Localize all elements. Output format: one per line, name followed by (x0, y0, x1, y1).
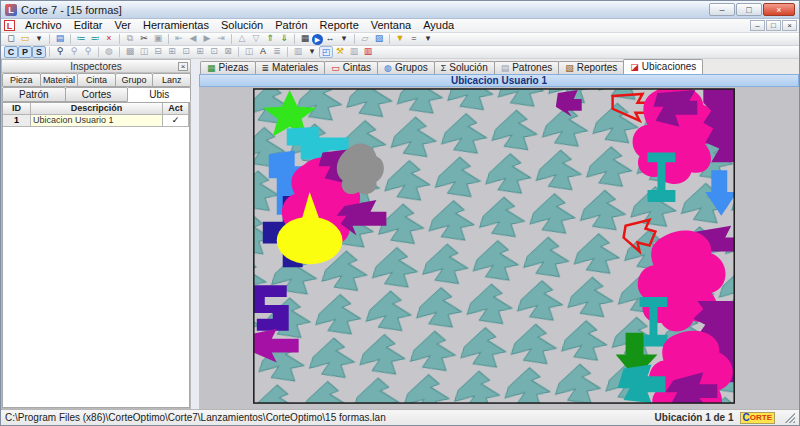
inspector-tab-pieza[interactable]: Pieza (2, 73, 41, 87)
print-dropdown-icon[interactable]: ▾ (305, 46, 319, 58)
window-title: Corte 7 - [15 formas] (21, 4, 122, 16)
inspector-tab-lanz[interactable]: Lanz (152, 73, 191, 87)
mdi-restore-icon[interactable]: □ (766, 20, 781, 31)
open-button[interactable]: ▭ (18, 33, 32, 45)
sort-desc-button[interactable]: ⇓ (277, 33, 291, 45)
toggle-s-button[interactable]: S (32, 46, 46, 58)
inspector-close-icon[interactable]: × (178, 62, 188, 71)
window-layout-2-button[interactable]: ⊡ (179, 46, 193, 58)
move-up-button[interactable]: △ (235, 33, 249, 45)
printer-cancel-button[interactable]: ▥ (361, 46, 375, 58)
nav-last-button[interactable]: ⇥ (214, 33, 228, 45)
grid-view-button[interactable]: ▩ (123, 46, 137, 58)
tab-grupos[interactable]: ◍Grupos (377, 61, 435, 74)
tools-button[interactable]: ⚒ (333, 46, 347, 58)
mdi-close-icon[interactable]: × (782, 20, 797, 31)
window-layout-4-button[interactable]: ⊡ (207, 46, 221, 58)
zoom-icon[interactable]: ⚲ (53, 46, 67, 58)
columns-button[interactable]: ◫ (242, 46, 256, 58)
inspector-header: Inspectores × (2, 60, 190, 73)
column-header-act[interactable]: Act (163, 103, 189, 115)
font-button[interactable]: A (256, 46, 270, 58)
column-header-descripcion[interactable]: Descripción (31, 103, 163, 115)
nav-first-button[interactable]: ⇤ (172, 33, 186, 45)
tab-piezas[interactable]: ▦Piezas (200, 61, 256, 74)
insert-row-button[interactable]: ≔ (74, 33, 88, 45)
materiales-icon: ≣ (262, 62, 270, 74)
zoom-fit-icon[interactable]: ⚲ (67, 46, 81, 58)
maximize-button[interactable]: □ (736, 3, 762, 16)
inspector-tab-cinta[interactable]: Cinta (77, 73, 116, 87)
print-preview-button[interactable]: ◰ (319, 46, 333, 58)
row-active-checkmark[interactable]: ✓ (163, 115, 189, 127)
minimize-button[interactable]: – (709, 3, 735, 16)
split-vertical-button[interactable]: ◫ (137, 46, 151, 58)
nav-prev-button[interactable]: ◀ (186, 33, 200, 45)
piece-yellow-balloon[interactable] (277, 217, 343, 265)
menu-ver[interactable]: Ver (108, 19, 137, 32)
globe-icon[interactable]: ◍ (102, 46, 116, 58)
tab-reportes[interactable]: ▧Reportes (558, 61, 624, 74)
swap-dropdown-icon[interactable]: ▾ (337, 33, 351, 45)
document-icon[interactable]: L (4, 20, 15, 31)
inspector-tab-patron[interactable]: Patrón (2, 87, 66, 102)
delete-row-button[interactable]: ≕ (88, 33, 102, 45)
new-button[interactable]: ◻ (4, 33, 18, 45)
list-button[interactable]: ≣ (270, 46, 284, 58)
resize-grip[interactable] (785, 413, 795, 423)
menu-ayuda[interactable]: Ayuda (417, 19, 460, 32)
copy-button[interactable]: ⧉ (123, 33, 137, 45)
tab-cintas[interactable]: ▭Cintas (324, 61, 378, 74)
menu-editar[interactable]: Editar (68, 19, 109, 32)
printer-setup-button[interactable]: ▥ (347, 46, 361, 58)
mdi-minimize-icon[interactable]: – (750, 20, 765, 31)
swap-button[interactable]: ↔ (323, 33, 337, 45)
menu-reporte[interactable]: Reporte (314, 19, 365, 32)
row-description[interactable]: Ubicacion Usuario 1 (31, 115, 163, 127)
panel-splitter[interactable] (191, 59, 199, 409)
inspector-tab-cortes[interactable]: Cortes (65, 87, 129, 102)
menu-archivo[interactable]: Archivo (19, 19, 68, 32)
menu-solucion[interactable]: Solución (215, 19, 269, 32)
tab-ubicaciones[interactable]: ◪Ubicaciones (623, 59, 703, 74)
cut-button[interactable]: ✂ (137, 33, 151, 45)
delete-button[interactable]: × (102, 33, 116, 45)
tab-solucion[interactable]: ΣSolución (434, 61, 495, 74)
zoom-selection-icon[interactable]: ⚲ (81, 46, 95, 58)
table-empty-area (3, 127, 189, 407)
nesting-canvas[interactable] (199, 87, 799, 409)
main-area: ▦Piezas ≣Materiales ▭Cintas ◍Grupos ΣSol… (199, 59, 799, 409)
print-button[interactable]: ▥ (291, 46, 305, 58)
tab-label-patrones: Patrones (512, 62, 552, 74)
paste-button[interactable]: ▣ (151, 33, 165, 45)
window-layout-3-button[interactable]: ⊞ (193, 46, 207, 58)
table-row[interactable]: 1 Ubicacion Usuario 1 ✓ (3, 115, 189, 127)
close-button[interactable]: × (763, 3, 795, 16)
menu-ventana[interactable]: Ventana (365, 19, 417, 32)
tab-materiales[interactable]: ≣Materiales (255, 61, 326, 74)
nav-next-button[interactable]: ▶ (200, 33, 214, 45)
filter-button[interactable]: ▼ (393, 33, 407, 45)
sort-asc-button[interactable]: ⇑ (263, 33, 277, 45)
inspector-tab-material[interactable]: Material (40, 73, 79, 87)
equals-dropdown-icon[interactable]: ▾ (421, 33, 435, 45)
split-horizontal-button[interactable]: ⊟ (151, 46, 165, 58)
move-down-button[interactable]: ▽ (249, 33, 263, 45)
tab-patrones[interactable]: ▤Patrones (494, 61, 560, 74)
column-header-id[interactable]: ID (3, 103, 31, 115)
menu-patron[interactable]: Patrón (269, 19, 313, 32)
window-layout-1-button[interactable]: ⊞ (165, 46, 179, 58)
open-dropdown-icon[interactable]: ▾ (32, 33, 46, 45)
calculator-button[interactable]: ▦ (298, 33, 312, 45)
toggle-p-button[interactable]: P (18, 46, 32, 58)
toggle-c-button[interactable]: C (4, 46, 18, 58)
inspector-tab-ubis[interactable]: Ubis (127, 87, 191, 102)
menu-herramientas[interactable]: Herramientas (137, 19, 215, 32)
run-button[interactable]: ▶ (312, 34, 323, 45)
window-layout-5-button[interactable]: ⊠ (221, 46, 235, 58)
equals-button[interactable]: = (407, 33, 421, 45)
inspector-tab-grupo[interactable]: Grupo (115, 73, 154, 87)
image-button[interactable]: ▨ (372, 33, 386, 45)
save-button[interactable]: ▤ (53, 33, 67, 45)
shape-button[interactable]: ▱ (358, 33, 372, 45)
